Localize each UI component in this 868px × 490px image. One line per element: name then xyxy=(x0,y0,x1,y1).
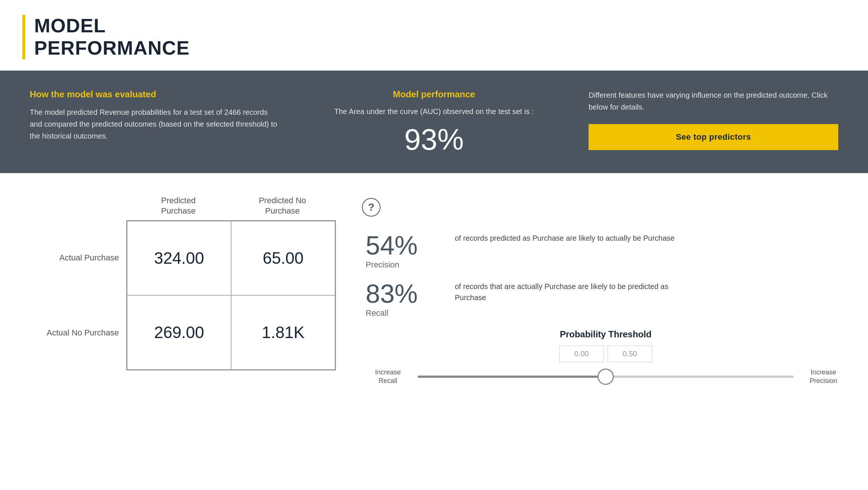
matrix-cell-fp: 269.00 xyxy=(127,295,231,370)
see-top-predictors-button[interactable]: See top predictors xyxy=(589,124,838,150)
recall-description: of records that are actually Purchase ar… xyxy=(455,281,678,303)
precision-block: 54% Precision xyxy=(366,233,433,270)
banner-predictors-section: Different features have varying influenc… xyxy=(589,89,838,150)
help-icon[interactable]: ? xyxy=(362,198,380,217)
recall-row: 83% Recall of records that are actually … xyxy=(366,281,846,318)
precision-description: of records predicted as Purchase are lik… xyxy=(455,233,674,244)
slider-right-label: IncreasePrecision xyxy=(801,368,846,386)
banner-auc-value: 93% xyxy=(309,125,559,155)
precision-row: 54% Precision of records predicted as Pu… xyxy=(366,233,846,270)
slider-thumb[interactable] xyxy=(597,369,614,385)
matrix-col-headers: PredictedPurchase Predicted NoPurchase xyxy=(126,195,336,217)
banner-evaluation-title: How the model was evaluated xyxy=(30,89,279,100)
matrix-area: Actual Purchase Actual No Purchase 324.0… xyxy=(22,220,336,370)
recall-block: 83% Recall xyxy=(366,281,433,318)
matrix-row-labels: Actual Purchase Actual No Purchase xyxy=(22,220,126,370)
threshold-section: Probability Threshold IncreaseRecall Inc… xyxy=(366,329,846,386)
confusion-matrix-section: PredictedPurchase Predicted NoPurchase ?… xyxy=(22,195,336,386)
precision-value: 54% xyxy=(366,233,433,259)
matrix-cell-tp: 324.00 xyxy=(127,221,231,295)
slider-container[interactable] xyxy=(418,369,794,384)
threshold-title: Probability Threshold xyxy=(366,329,846,340)
banner-performance-section: Model performance The Area under the cur… xyxy=(309,89,559,155)
metrics-section: 54% Precision of records predicted as Pu… xyxy=(366,195,846,386)
slider-row: IncreaseRecall IncreasePrecision xyxy=(366,368,846,386)
col-header-predicted-no-purchase: Predicted NoPurchase xyxy=(230,195,334,217)
threshold-right-input[interactable] xyxy=(608,345,652,362)
page-title: MODEL PERFORMANCE xyxy=(34,15,190,59)
row-label-actual-purchase: Actual Purchase xyxy=(22,221,126,295)
banner-performance-title: Model performance xyxy=(309,89,559,100)
slider-track xyxy=(418,376,794,378)
recall-value: 83% xyxy=(366,281,433,307)
matrix-wrapper: ? Actual Purchase Actual No Purchase 324… xyxy=(22,220,336,370)
matrix-cell-fn: 65.00 xyxy=(231,221,335,295)
matrix-grid: 324.00 65.00 269.00 1.81K xyxy=(126,220,336,370)
page-header: MODEL PERFORMANCE xyxy=(0,0,868,71)
row-label-actual-no-purchase: Actual No Purchase xyxy=(22,296,126,370)
precision-label: Precision xyxy=(366,260,433,270)
slider-fill xyxy=(418,376,606,378)
banner-auc-desc: The Area under the curve (AUC) observed … xyxy=(309,106,559,117)
recall-label: Recall xyxy=(366,308,433,318)
header-accent-bar xyxy=(22,15,25,59)
banner-predictors-text: Different features have varying influenc… xyxy=(589,89,838,113)
threshold-left-input[interactable] xyxy=(559,345,604,362)
main-content: PredictedPurchase Predicted NoPurchase ?… xyxy=(0,188,868,393)
matrix-cell-tn: 1.81K xyxy=(231,295,335,370)
threshold-inputs xyxy=(366,345,846,362)
banner-evaluation-text: The model predicted Revenue probabilitie… xyxy=(30,106,279,142)
banner-evaluation-section: How the model was evaluated The model pr… xyxy=(30,89,279,142)
info-banner: How the model was evaluated The model pr… xyxy=(0,71,868,173)
col-header-predicted-purchase: PredictedPurchase xyxy=(126,195,230,217)
slider-left-label: IncreaseRecall xyxy=(366,368,410,386)
